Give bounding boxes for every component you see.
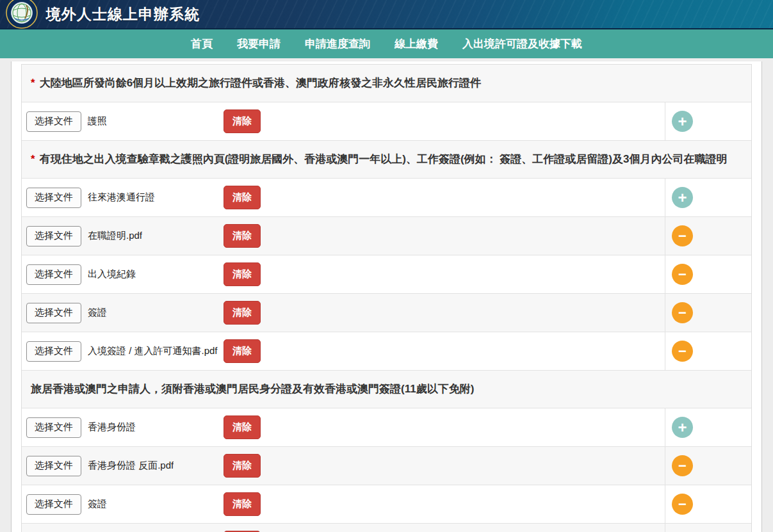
clear-button[interactable]: 清除 [224, 109, 261, 133]
section-heading-text: 大陸地區所發尚餘6個月以上效期之旅行證件或香港、澳門政府核發之非永久性居民旅行證… [40, 77, 481, 89]
nav-item-home[interactable]: 首頁 [191, 36, 213, 51]
remove-row-button[interactable]: − [672, 341, 693, 362]
add-row-button[interactable]: + [672, 187, 693, 208]
selected-filename: 香港身份證 [88, 421, 136, 433]
upload-row: 选择文件 簽證 清除 − [22, 294, 751, 332]
selected-filename: 在職證明.pdf [88, 230, 142, 242]
choose-file-button[interactable]: 选择文件 [26, 264, 81, 285]
add-row-button[interactable]: + [672, 111, 693, 132]
selected-filename: 香港身份證 反面.pdf [88, 460, 174, 472]
upload-row: 选择文件 護照 清除 + [22, 102, 751, 141]
upload-row: 选择文件 在職證明.pdf 清除 − [22, 217, 751, 255]
content-panel: *大陸地區所發尚餘6個月以上效期之旅行證件或香港、澳門政府核發之非永久性居民旅行… [11, 61, 762, 532]
clear-button[interactable]: 清除 [224, 415, 261, 439]
section-heading-text: 有現住地之出入境查驗章戳之護照內頁(證明旅居國外、香港或澳門一年以上)、工作簽證… [40, 153, 728, 165]
page-title: 境外人士線上申辦系統 [46, 4, 200, 24]
upload-row: 选择文件 香港身份證 清除 + [22, 408, 751, 447]
upload-row: 选择文件 入境簽證 / 進入許可通知書.pdf 清除 − [22, 524, 751, 532]
app-banner: 境外人士線上申辦系統 [0, 0, 773, 29]
section-heading-row: *大陸地區所發尚餘6個月以上效期之旅行證件或香港、澳門政府核發之非永久性居民旅行… [22, 65, 751, 102]
choose-file-button[interactable]: 选择文件 [26, 226, 81, 246]
choose-file-button[interactable]: 选择文件 [26, 341, 81, 362]
clear-button[interactable]: 清除 [224, 339, 261, 363]
section-heading-row: 旅居香港或澳門之申請人，須附香港或澳門居民身分證及有效香港或澳門簽證(11歲以下… [22, 371, 751, 408]
upload-row: 选择文件 簽證 清除 − [22, 485, 751, 524]
selected-filename: 出入境紀錄 [88, 268, 136, 280]
main-nav: 首頁 我要申請 申請進度查詢 線上繳費 入出境許可證及收據下載 [0, 29, 773, 58]
selected-filename: 簽證 [88, 498, 107, 510]
page-body: *大陸地區所發尚餘6個月以上效期之旅行證件或香港、澳門政府核發之非永久性居民旅行… [0, 61, 773, 532]
clear-button[interactable]: 清除 [224, 492, 261, 516]
choose-file-button[interactable]: 选择文件 [26, 456, 81, 476]
choose-file-button[interactable]: 选择文件 [26, 417, 81, 438]
selected-filename: 護照 [88, 115, 107, 127]
clear-button[interactable]: 清除 [224, 301, 261, 325]
required-asterisk: * [31, 153, 35, 165]
clear-button[interactable]: 清除 [224, 454, 261, 478]
remove-row-button[interactable]: − [672, 455, 693, 476]
remove-row-button[interactable]: − [672, 302, 693, 323]
choose-file-button[interactable]: 选择文件 [26, 111, 81, 132]
clear-button[interactable]: 清除 [224, 224, 261, 248]
selected-filename: 簽證 [88, 307, 107, 319]
remove-row-button[interactable]: − [672, 264, 693, 285]
immigration-agency-emblem-icon [5, 0, 38, 29]
attachment-upload-table: *大陸地區所發尚餘6個月以上效期之旅行證件或香港、澳門政府核發之非永久性居民旅行… [21, 64, 752, 532]
nav-item-progress-query[interactable]: 申請進度查詢 [305, 36, 370, 51]
nav-item-permit-receipt-download[interactable]: 入出境許可證及收據下載 [462, 36, 582, 51]
upload-row: 选择文件 往來港澳通行證 清除 + [22, 179, 751, 217]
required-asterisk: * [31, 77, 35, 89]
selected-filename: 往來港澳通行證 [88, 191, 155, 204]
section-heading-row: *有現住地之出入境查驗章戳之護照內頁(證明旅居國外、香港或澳門一年以上)、工作簽… [22, 141, 751, 179]
remove-row-button[interactable]: − [672, 225, 693, 246]
clear-button[interactable]: 清除 [224, 262, 261, 286]
upload-row: 选择文件 香港身份證 反面.pdf 清除 − [22, 447, 751, 485]
choose-file-button[interactable]: 选择文件 [26, 303, 81, 323]
clear-button[interactable]: 清除 [224, 186, 261, 209]
upload-row: 选择文件 入境簽證 / 進入許可通知書.pdf 清除 − [22, 332, 751, 371]
section-heading-text: 旅居香港或澳門之申請人，須附香港或澳門居民身分證及有效香港或澳門簽證(11歲以下… [31, 383, 474, 395]
nav-item-online-payment[interactable]: 線上繳費 [395, 36, 438, 51]
nav-item-apply[interactable]: 我要申請 [237, 36, 281, 51]
choose-file-button[interactable]: 选择文件 [26, 494, 81, 515]
choose-file-button[interactable]: 选择文件 [26, 188, 81, 208]
add-row-button[interactable]: + [672, 417, 693, 438]
remove-row-button[interactable]: − [672, 494, 693, 515]
selected-filename: 入境簽證 / 進入許可通知書.pdf [88, 345, 218, 357]
upload-row: 选择文件 出入境紀錄 清除 − [22, 255, 751, 294]
